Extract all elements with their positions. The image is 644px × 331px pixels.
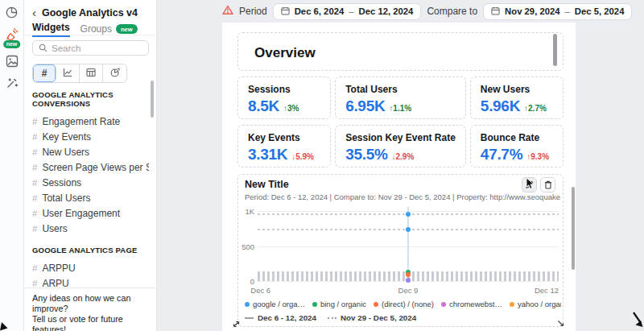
hash-icon: # — [32, 147, 37, 157]
y-axis-label: 1K — [242, 207, 254, 216]
sidebar-item-label: Key Events — [42, 131, 91, 143]
widget-type-number[interactable]: # — [33, 64, 56, 82]
kpi-card-new-users[interactable]: New Users5.96K↑2.7% — [470, 77, 564, 119]
x-axis-label: Dec 6 — [250, 286, 270, 295]
period-toolbar: Period Dec 6, 2024 – Dec 12, 2024 Compar… — [222, 0, 632, 23]
kpi-delta: ↑1.1% — [389, 104, 411, 113]
kpi-value: 6.95K — [345, 97, 385, 115]
table-icon — [86, 68, 96, 80]
hash-icon: # — [32, 117, 37, 126]
edit-widget-button[interactable] — [522, 177, 537, 192]
kpi-card-key-events[interactable]: Key Events3.31K↓5.9% — [237, 125, 331, 168]
legend-label: yahoo / organic — [518, 300, 561, 308]
kpi-delta: ↑9.3% — [526, 152, 549, 161]
sidebar-item-new-users[interactable]: #New Users — [32, 144, 149, 159]
sidebar-item-arppu[interactable]: #ARPPU — [32, 260, 149, 275]
chart-legend: google / orga…bing / organic(direct) / (… — [245, 300, 561, 308]
dashboard-canvas: Overview Sessions8.5K↑3%Total Users6.95K… — [222, 23, 576, 331]
kpi-label: New Users — [481, 84, 553, 95]
overview-scrollbar[interactable] — [553, 34, 557, 66]
sidebar-scrollbar[interactable] — [151, 81, 154, 118]
image-icon[interactable] — [5, 54, 19, 68]
legend-item-direct-none[interactable]: (direct) / (none) — [374, 300, 434, 308]
legend-item-yahoo-organic[interactable]: yahoo / organic — [510, 300, 561, 308]
overview-widget[interactable]: Overview — [237, 32, 564, 71]
sidebar-item-user-engagement[interactable]: #User Engagement — [32, 205, 149, 221]
kpi-grid: Sessions8.5K↑3%Total Users6.95K↑1.1%New … — [237, 77, 564, 168]
pencil-icon — [525, 178, 534, 192]
groups-new-badge: new — [116, 24, 138, 34]
plugin-icon[interactable] — [5, 27, 19, 41]
kpi-card-bounce-rate[interactable]: Bounce Rate47.7%↑9.3% — [470, 125, 564, 168]
canvas-scrollbar[interactable] — [572, 187, 575, 270]
legend-item-bing-organic[interactable]: bing / organic — [312, 300, 366, 308]
kpi-value: 47.7% — [481, 146, 522, 163]
magic-wand-icon[interactable] — [5, 76, 19, 90]
sidebar-item-sessions[interactable]: #Sessions — [32, 175, 149, 190]
chart-plot-area: Dec 6Dec 9Dec 12 1K5000 — [242, 205, 561, 304]
kpi-value: 3.31K — [248, 146, 287, 163]
x-axis-label: Dec 9 — [398, 286, 419, 295]
pie-chart-icon[interactable] — [5, 5, 19, 19]
hash-icon: # — [32, 263, 37, 273]
kpi-value: 35.5% — [345, 146, 387, 163]
back-chevron-icon[interactable]: ‹ — [32, 8, 36, 18]
kpi-label: Sessions — [248, 84, 320, 95]
sidebar-item-label: Users — [42, 223, 67, 234]
legend-label: (direct) / (none) — [382, 300, 434, 308]
kpi-delta: ↓2.9% — [392, 152, 415, 161]
pie-chart-arrow-icon — [110, 68, 120, 80]
kpi-delta: ↓5.9% — [291, 152, 314, 161]
overview-title: Overview — [254, 45, 316, 61]
sidebar-item-label: ARPU — [42, 278, 68, 288]
chart-widget[interactable]: New Title Period: Dec 6 - 12, 2024 | Com… — [237, 174, 564, 327]
legend-item-google-orga[interactable]: google / orga… — [245, 300, 305, 308]
delete-widget-button[interactable] — [540, 177, 555, 192]
legend-dot — [312, 302, 317, 307]
feedback-text-line1: Any ideas on how we can improve? — [32, 293, 148, 314]
hover-point — [406, 272, 411, 277]
widget-type-line-chart[interactable] — [56, 64, 80, 82]
widget-resize-handle-bottom-right[interactable] — [556, 317, 565, 331]
kpi-value-row: 35.5%↓2.9% — [345, 146, 456, 163]
rail-new-badge: new — [3, 40, 21, 48]
kpi-card-total-users[interactable]: Total Users6.95K↑1.1% — [335, 77, 466, 119]
x-axis-label: Dec 12 — [535, 286, 559, 295]
hash-icon: # — [32, 209, 37, 218]
widget-resize-handle-bottom-left[interactable] — [232, 317, 241, 331]
compare-date-range-input[interactable]: Nov 29, 2024 – Dec 5, 2024 — [483, 3, 632, 20]
kpi-label: Total Users — [345, 84, 456, 95]
current-period-legend: Dec 6 - 12, 2024 — [245, 313, 316, 322]
app-root: { "colors": { "accent_blue": "#2273e3", … — [0, 0, 644, 331]
period-date-range-input[interactable]: Dec 6, 2024 – Dec 12, 2024 — [273, 3, 422, 20]
search-box[interactable] — [32, 40, 149, 56]
kpi-value: 8.5K — [248, 97, 279, 115]
sidebar-item-engagement-rate[interactable]: #Engagement Rate — [32, 114, 149, 129]
left-icon-rail: new — [0, 0, 24, 331]
legend-label: google / orga… — [253, 300, 305, 308]
widget-type-pie-chart[interactable] — [103, 64, 126, 82]
widget-type-switcher: # — [32, 64, 127, 83]
y-axis-label: 500 — [242, 242, 254, 251]
hash-icon: # — [32, 178, 37, 188]
sidebar-item-key-events[interactable]: #Key Events — [32, 129, 149, 144]
widget-type-table[interactable] — [80, 64, 103, 82]
chart-widget-subtitle: Period: Dec 6 - 12, 2024 | Compare to: N… — [245, 192, 561, 201]
sidebar-header: ‹ Google Analytics v4 — [32, 7, 138, 19]
sidebar-item-users[interactable]: #Users — [32, 221, 149, 236]
sidebar-item-arpu[interactable]: #ARPU — [32, 275, 149, 288]
legend-item-chromewebst[interactable]: chromewebst… — [441, 300, 502, 308]
kpi-value-row: 6.95K↑1.1% — [345, 97, 456, 115]
sidebar-item-label: Total Users — [42, 192, 90, 204]
tab-groups[interactable]: Groups new — [80, 23, 138, 35]
sidebar-item-screen-page-views-per-session[interactable]: #Screen Page Views per Session — [32, 159, 149, 175]
hash-icon: # — [32, 224, 37, 234]
chart-widget-title: New Title — [245, 179, 289, 190]
kpi-card-session-key-event-rate[interactable]: Session Key Event Rate35.5%↓2.9% — [335, 125, 466, 168]
kpi-card-sessions[interactable]: Sessions8.5K↑3% — [237, 77, 331, 119]
kpi-delta: ↑3% — [283, 104, 299, 113]
kpi-delta: ↑2.7% — [524, 104, 547, 113]
search-input[interactable] — [52, 43, 142, 53]
feedback-text-line2: Tell us or vote for future features! — [32, 314, 148, 331]
sidebar-item-total-users[interactable]: #Total Users — [32, 190, 149, 205]
